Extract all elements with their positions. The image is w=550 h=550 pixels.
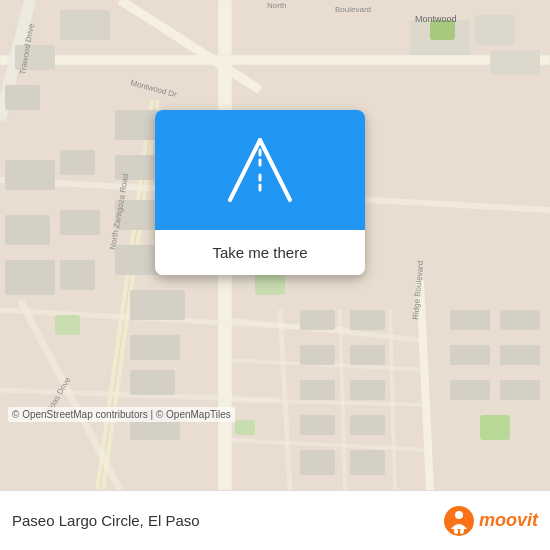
moovit-brand-text: moovit (479, 510, 538, 531)
bottom-bar: Paseo Largo Circle, El Paso moovit (0, 490, 550, 550)
copyright-text: © OpenStreetMap contributors | © OpenMap… (8, 407, 235, 422)
svg-text:Montwood: Montwood (415, 14, 457, 24)
svg-rect-38 (130, 370, 175, 395)
svg-rect-42 (300, 345, 335, 365)
svg-rect-22 (490, 50, 540, 75)
svg-rect-59 (480, 415, 510, 440)
svg-rect-2 (0, 55, 550, 65)
svg-point-74 (455, 511, 463, 519)
take-me-there-button[interactable]: Take me there (155, 230, 365, 275)
svg-rect-35 (115, 245, 160, 275)
svg-rect-48 (300, 450, 335, 475)
svg-rect-40 (300, 310, 335, 330)
svg-rect-49 (350, 450, 385, 475)
svg-rect-27 (60, 150, 95, 175)
svg-rect-55 (500, 380, 540, 400)
svg-rect-45 (350, 380, 385, 400)
svg-rect-47 (350, 415, 385, 435)
svg-rect-41 (350, 310, 385, 330)
svg-rect-43 (350, 345, 385, 365)
svg-rect-29 (60, 210, 100, 235)
svg-rect-54 (450, 380, 490, 400)
svg-rect-26 (5, 160, 55, 190)
svg-rect-31 (60, 260, 95, 290)
svg-rect-60 (235, 420, 255, 435)
svg-rect-52 (450, 345, 490, 365)
moovit-logo: moovit (443, 505, 538, 537)
svg-rect-23 (60, 10, 110, 40)
svg-rect-32 (115, 110, 160, 140)
svg-rect-21 (475, 15, 515, 45)
svg-text:North: North (267, 1, 287, 10)
svg-text:Boulevard: Boulevard (335, 5, 371, 14)
card-image (155, 110, 365, 230)
svg-rect-37 (130, 335, 180, 360)
svg-point-73 (444, 506, 474, 536)
svg-rect-51 (500, 310, 540, 330)
svg-rect-46 (300, 415, 335, 435)
svg-rect-53 (500, 345, 540, 365)
location-text: Paseo Largo Circle, El Paso (12, 512, 443, 529)
svg-rect-25 (5, 85, 40, 110)
moovit-icon-svg (443, 505, 475, 537)
overlay-card: Take me there (155, 110, 365, 275)
svg-rect-30 (5, 260, 55, 295)
svg-line-70 (260, 140, 290, 200)
road-icon (220, 130, 300, 210)
svg-rect-44 (300, 380, 335, 400)
svg-line-69 (230, 140, 260, 200)
svg-rect-36 (130, 290, 185, 320)
svg-rect-50 (450, 310, 490, 330)
svg-rect-28 (5, 215, 50, 245)
svg-rect-57 (55, 315, 80, 335)
map-container: Trawood Drive Montwood Dr North Zaragoza… (0, 0, 550, 490)
